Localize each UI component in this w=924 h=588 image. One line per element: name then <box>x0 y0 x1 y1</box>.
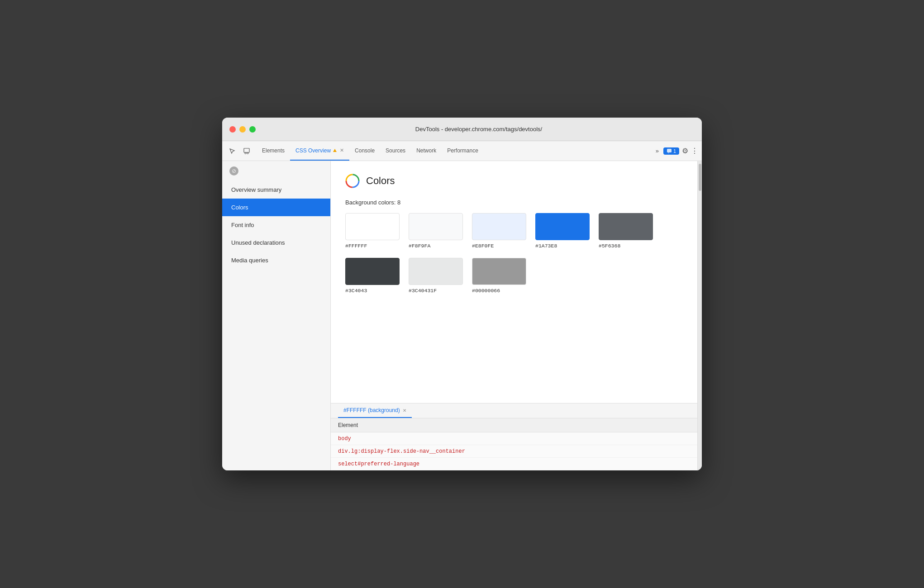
chat-badge[interactable]: 1 <box>663 147 679 155</box>
svg-rect-3 <box>667 149 672 152</box>
panel-title: Colors <box>366 175 395 187</box>
sidebar-item-media-queries[interactable]: Media queries <box>222 251 330 269</box>
color-swatch-e8f0fe[interactable] <box>472 213 526 240</box>
color-item-ffffff: #FFFFFF <box>345 213 400 249</box>
color-swatch-3c4043[interactable] <box>345 258 400 285</box>
panel-top: Colors Background colors: 8 #FFFFFF #F8F… <box>331 161 697 403</box>
settings-icon[interactable]: ⚙ <box>682 147 688 155</box>
devtools-window: DevTools - developer.chrome.com/tags/dev… <box>222 118 702 470</box>
sidebar-item-unused-declarations[interactable]: Unused declarations <box>222 234 330 251</box>
color-label-5f6368: #5F6368 <box>599 243 620 249</box>
element-name-body: body <box>338 436 351 442</box>
panel-header: Colors <box>345 174 683 188</box>
color-label-3c4043: #3C4043 <box>345 288 367 294</box>
color-item-5f6368: #5F6368 <box>599 213 653 249</box>
color-grid: #FFFFFF #F8F9FA #E8F0FE #1A73E8 <box>345 213 683 294</box>
color-label-00000066: #00000066 <box>472 288 500 294</box>
color-swatch-3c40431f[interactable] <box>409 258 463 285</box>
color-label-e8f0fe: #E8F0FE <box>472 243 494 249</box>
tab-performance[interactable]: Performance <box>442 141 484 161</box>
color-label-1a73e8: #1A73E8 <box>535 243 557 249</box>
element-row-select[interactable]: select#preferred-language <box>331 458 697 470</box>
panel: Colors Background colors: 8 #FFFFFF #F8F… <box>331 161 697 470</box>
color-item-1a73e8: #1A73E8 <box>535 213 590 249</box>
tab-elements[interactable]: Elements <box>257 141 290 161</box>
color-item-3c40431f: #3C40431F <box>409 258 463 294</box>
sidebar: ⊘ Overview summary Colors Font info Unus… <box>222 161 331 470</box>
maximize-button[interactable] <box>249 126 256 133</box>
sidebar-item-overview-summary[interactable]: Overview summary <box>222 181 330 199</box>
warning-icon <box>333 148 337 153</box>
bottom-tab-close-icon[interactable]: ✕ <box>403 408 406 413</box>
chat-icon <box>667 148 672 154</box>
block-icon-area: ⊘ <box>222 161 330 181</box>
window-title: DevTools - developer.chrome.com/tags/dev… <box>263 126 695 133</box>
minimize-button[interactable] <box>239 126 246 133</box>
color-label-f8f9fa: #F8F9FA <box>409 243 430 249</box>
title-bar: DevTools - developer.chrome.com/tags/dev… <box>222 118 702 141</box>
more-options-icon[interactable]: ⋮ <box>691 147 698 155</box>
svg-rect-0 <box>244 148 249 152</box>
sidebar-item-colors[interactable]: Colors <box>222 199 330 216</box>
sidebar-item-font-info[interactable]: Font info <box>222 216 330 234</box>
color-item-f8f9fa: #F8F9FA <box>409 213 463 249</box>
tab-bar: Elements CSS Overview ✕ Console Sources … <box>222 141 702 161</box>
tab-list: Elements CSS Overview ✕ Console Sources … <box>257 141 654 161</box>
color-swatch-1a73e8[interactable] <box>535 213 590 240</box>
color-label-ffffff: #FFFFFF <box>345 243 367 249</box>
color-item-3c4043: #3C4043 <box>345 258 400 294</box>
element-name-select: select#preferred-language <box>338 461 419 467</box>
color-swatch-5f6368[interactable] <box>599 213 653 240</box>
background-colors-label: Background colors: 8 <box>345 199 683 206</box>
element-column-header: Element <box>331 418 697 432</box>
toolbar-left <box>226 141 253 161</box>
tab-css-overview[interactable]: CSS Overview ✕ <box>290 141 349 161</box>
traffic-lights <box>229 126 256 133</box>
element-name-div: div.lg:display-flex.side-nav__container <box>338 448 465 455</box>
scrollbar[interactable] <box>697 161 702 470</box>
svg-rect-2 <box>247 152 248 154</box>
scrollbar-thumb[interactable] <box>699 164 701 191</box>
color-swatch-ffffff[interactable] <box>345 213 400 240</box>
color-swatch-00000066[interactable] <box>472 258 526 285</box>
bottom-tab-strip: #FFFFFF (background) ✕ <box>331 403 697 418</box>
main-content: ⊘ Overview summary Colors Font info Unus… <box>222 161 702 470</box>
google-logo-icon <box>345 174 360 188</box>
tab-network[interactable]: Network <box>411 141 442 161</box>
element-row-div[interactable]: div.lg:display-flex.side-nav__container <box>331 445 697 458</box>
block-icon: ⊘ <box>229 166 238 175</box>
color-label-3c40431f: #3C40431F <box>409 288 437 294</box>
element-row-body[interactable]: body <box>331 432 697 445</box>
color-item-e8f0fe: #E8F0FE <box>472 213 526 249</box>
more-tabs-button[interactable]: » <box>654 147 661 154</box>
tab-console[interactable]: Console <box>349 141 380 161</box>
tab-close-icon[interactable]: ✕ <box>340 147 344 153</box>
bottom-tab-ffffff[interactable]: #FFFFFF (background) ✕ <box>338 403 412 418</box>
close-button[interactable] <box>229 126 236 133</box>
toolbar-right: » 1 ⚙ ⋮ <box>654 141 698 161</box>
tab-sources[interactable]: Sources <box>380 141 411 161</box>
bottom-panel: #FFFFFF (background) ✕ Element body div.… <box>331 403 697 470</box>
color-swatch-f8f9fa[interactable] <box>409 213 463 240</box>
cursor-icon[interactable] <box>226 145 238 157</box>
inspect-icon[interactable] <box>240 145 253 157</box>
svg-rect-1 <box>245 152 246 154</box>
color-item-00000066: #00000066 <box>472 258 526 294</box>
